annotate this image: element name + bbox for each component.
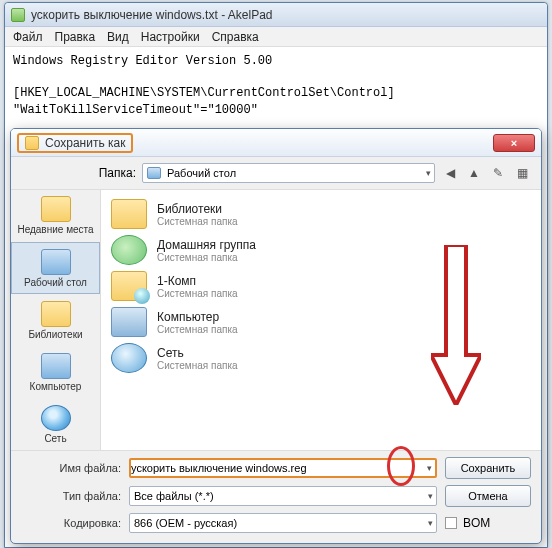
item-name: 1-Комп: [157, 274, 238, 288]
folder-label: Папка:: [81, 166, 136, 180]
place-recent-label: Недавние места: [17, 224, 93, 235]
menu-file[interactable]: Файл: [13, 30, 43, 44]
dialog-title-highlight: Сохранить как: [17, 133, 133, 153]
place-desktop[interactable]: Рабочий стол: [11, 242, 100, 294]
filename-box: ускорить выключение windows.reg: [129, 458, 437, 478]
list-item[interactable]: Библиотеки Системная папка: [109, 196, 533, 232]
place-desktop-label: Рабочий стол: [24, 277, 87, 288]
editor-line2: [HKEY_LOCAL_MACHINE\SYSTEM\CurrentContro…: [13, 86, 395, 100]
list-item[interactable]: Компьютер Системная папка: [109, 304, 533, 340]
place-computer[interactable]: Компьютер: [11, 346, 100, 398]
item-name: Библиотеки: [157, 202, 238, 216]
save-as-dialog: Сохранить как × Папка: Рабочий стол ◀ ▲ …: [10, 128, 542, 544]
bom-checkbox[interactable]: [445, 517, 457, 529]
menu-help[interactable]: Справка: [212, 30, 259, 44]
list-item[interactable]: Сеть Системная папка: [109, 340, 533, 376]
recent-icon: [41, 196, 71, 222]
item-sub: Системная папка: [157, 324, 238, 335]
computer-icon: [111, 307, 147, 337]
save-icon: [25, 136, 39, 150]
save-button[interactable]: Сохранить: [445, 457, 531, 479]
item-sub: Системная папка: [157, 360, 238, 371]
menu-settings[interactable]: Настройки: [141, 30, 200, 44]
item-sub: Системная папка: [157, 252, 256, 263]
folder-value: Рабочий стол: [167, 167, 236, 179]
user-folder-icon: [111, 271, 147, 301]
editor-area[interactable]: Windows Registry Editor Version 5.00 [HK…: [5, 47, 547, 124]
encoding-label: Кодировка:: [21, 517, 121, 529]
homegroup-icon: [111, 235, 147, 265]
dialog-toolbar: Папка: Рабочий стол ◀ ▲ ✎ ▦: [11, 157, 541, 189]
toolbar-icons: ◀ ▲ ✎ ▦: [441, 164, 531, 182]
menu-view[interactable]: Вид: [107, 30, 129, 44]
filename-value: ускорить выключение windows.reg: [131, 462, 307, 474]
encoding-combo[interactable]: 866 (OEM - русская): [129, 513, 437, 533]
dialog-bottom: Имя файла: ускорить выключение windows.r…: [11, 451, 541, 543]
places-bar: Недавние места Рабочий стол Библиотеки К…: [11, 190, 101, 450]
dialog-title: Сохранить как: [45, 136, 125, 150]
folder-combo[interactable]: Рабочий стол: [142, 163, 435, 183]
item-name: Домашняя группа: [157, 238, 256, 252]
item-name: Компьютер: [157, 310, 238, 324]
place-libraries[interactable]: Библиотеки: [11, 294, 100, 346]
dialog-body: Недавние места Рабочий стол Библиотеки К…: [11, 189, 541, 451]
titlebar[interactable]: ускорить выключение windows.txt - AkelPa…: [5, 3, 547, 27]
menubar: Файл Правка Вид Настройки Справка: [5, 27, 547, 47]
editor-line1: Windows Registry Editor Version 5.00: [13, 54, 272, 68]
desktop-icon: [147, 167, 161, 179]
item-sub: Системная папка: [157, 288, 238, 299]
filename-label: Имя файла:: [21, 462, 121, 474]
menu-edit[interactable]: Правка: [55, 30, 96, 44]
cancel-button[interactable]: Отмена: [445, 485, 531, 507]
place-network-label: Сеть: [44, 433, 66, 444]
up-icon[interactable]: ▲: [465, 164, 483, 182]
place-recent[interactable]: Недавние места: [11, 190, 100, 242]
filename-input[interactable]: ускорить выключение windows.reg: [129, 458, 437, 478]
dialog-titlebar[interactable]: Сохранить как ×: [11, 129, 541, 157]
list-item[interactable]: Домашняя группа Системная папка: [109, 232, 533, 268]
list-item[interactable]: 1-Комп Системная папка: [109, 268, 533, 304]
desktop-place-icon: [41, 249, 71, 275]
folder-icon: [111, 199, 147, 229]
filetype-combo[interactable]: Все файлы (*.*): [129, 486, 437, 506]
app-icon: [11, 8, 25, 22]
editor-line3: "WaitToKillServiceTimeout"="10000": [13, 103, 258, 117]
network-place-icon: [41, 405, 71, 431]
libraries-place-icon: [41, 301, 71, 327]
network-icon: [111, 343, 147, 373]
close-button[interactable]: ×: [493, 134, 535, 152]
filetype-label: Тип файла:: [21, 490, 121, 502]
bom-label: BOM: [463, 516, 490, 530]
encoding-value: 866 (OEM - русская): [134, 517, 237, 529]
back-icon[interactable]: ◀: [441, 164, 459, 182]
filetype-value: Все файлы (*.*): [134, 490, 214, 502]
window-title: ускорить выключение windows.txt - AkelPa…: [31, 8, 273, 22]
view-icon[interactable]: ▦: [513, 164, 531, 182]
bom-row: BOM: [445, 516, 531, 530]
place-libraries-label: Библиотеки: [28, 329, 82, 340]
file-list[interactable]: Библиотеки Системная папка Домашняя груп…: [101, 190, 541, 450]
place-network[interactable]: Сеть: [11, 398, 100, 450]
computer-place-icon: [41, 353, 71, 379]
place-computer-label: Компьютер: [30, 381, 82, 392]
item-name: Сеть: [157, 346, 238, 360]
item-sub: Системная папка: [157, 216, 238, 227]
newfolder-icon[interactable]: ✎: [489, 164, 507, 182]
